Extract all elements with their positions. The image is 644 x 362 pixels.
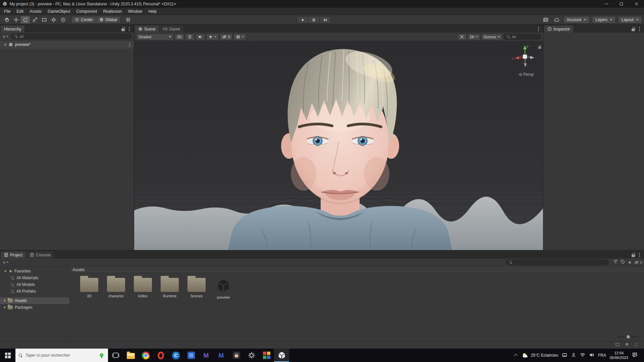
- pause-button[interactable]: [308, 16, 320, 23]
- asset-folder-scenes[interactable]: Scenes: [184, 278, 209, 298]
- tray-network-button[interactable]: [580, 352, 585, 359]
- cloud-services-button[interactable]: [552, 16, 561, 23]
- hierarchy-tree[interactable]: preview*: [0, 41, 134, 250]
- tool-settings-button[interactable]: [457, 34, 467, 40]
- asset-folder-character[interactable]: character: [103, 278, 129, 298]
- slider-thumb[interactable]: [627, 335, 630, 339]
- lock-icon[interactable]: [121, 28, 125, 31]
- camera-settings-dropdown[interactable]: [468, 34, 480, 40]
- scene-audio-toggle[interactable]: [196, 34, 205, 40]
- language-indicator[interactable]: FRA: [598, 353, 606, 358]
- panel-menu-icon[interactable]: [536, 26, 541, 31]
- project-search-field[interactable]: [506, 259, 608, 265]
- app-button-m-purple[interactable]: M: [199, 349, 214, 362]
- tree-item-packages[interactable]: Packages: [0, 304, 69, 311]
- menu-component[interactable]: Component: [73, 8, 100, 15]
- foldout-open-icon[interactable]: [4, 270, 7, 272]
- app-button-grid[interactable]: [259, 349, 274, 362]
- minimize-button[interactable]: [599, 0, 614, 8]
- status-activity-button[interactable]: [634, 342, 639, 348]
- maximize-button[interactable]: [614, 0, 629, 8]
- app-button-m-blue[interactable]: M: [214, 349, 229, 362]
- account-dropdown[interactable]: Account: [564, 16, 590, 23]
- gizmos-dropdown[interactable]: Gizmos: [481, 34, 502, 40]
- app-button-avatar[interactable]: [229, 349, 244, 362]
- taskbar-search[interactable]: [15, 349, 108, 362]
- scale-tool[interactable]: [30, 16, 39, 23]
- chrome-button[interactable]: [138, 349, 153, 362]
- create-asset-button[interactable]: +: [2, 260, 9, 265]
- transform-tool[interactable]: [49, 16, 58, 23]
- tree-item-all-models[interactable]: All Models: [0, 281, 69, 288]
- search-by-type-button[interactable]: [613, 259, 618, 265]
- tab-scene[interactable]: Scene: [135, 25, 159, 33]
- scene-effects-dropdown[interactable]: [206, 34, 219, 40]
- tab-hierarchy[interactable]: Hierarchy: [1, 25, 24, 33]
- tab-console[interactable]: Console: [26, 251, 54, 258]
- menu-file[interactable]: File: [1, 8, 13, 15]
- hierarchy-search-field[interactable]: All: [11, 34, 132, 39]
- tray-contacts-button[interactable]: [571, 352, 576, 359]
- unity-taskbar-button[interactable]: [274, 349, 289, 362]
- scene-viewport[interactable]: y x Persp: [134, 41, 543, 250]
- start-button[interactable]: [0, 349, 15, 362]
- settings-button[interactable]: [244, 349, 259, 362]
- scene-orientation-gizmo[interactable]: y x: [511, 43, 539, 71]
- asset-grid[interactable]: 3D character Editor Runtime: [70, 273, 644, 341]
- layers-dropdown[interactable]: Layers: [592, 16, 616, 23]
- menu-assets[interactable]: Assets: [26, 8, 45, 15]
- scene-lighting-toggle[interactable]: [185, 34, 195, 40]
- task-view-button[interactable]: [108, 349, 123, 362]
- menu-help[interactable]: Help: [145, 8, 160, 15]
- scene-3d-render[interactable]: [134, 41, 543, 250]
- tab-inspector[interactable]: Inspector: [544, 25, 573, 33]
- scene-visibility-toggle[interactable]: 0: [220, 34, 232, 40]
- file-explorer-button[interactable]: [123, 349, 138, 362]
- collab-button[interactable]: [541, 16, 550, 23]
- app-button-c[interactable]: C: [168, 349, 183, 362]
- layout-dropdown[interactable]: Layout: [618, 16, 642, 23]
- rect-tool[interactable]: [40, 16, 49, 23]
- close-button[interactable]: [629, 0, 644, 8]
- menu-edit[interactable]: Edit: [13, 8, 26, 15]
- tray-volume-button[interactable]: [589, 352, 594, 359]
- space-toggle-button[interactable]: Global: [96, 16, 120, 23]
- 2d-toggle[interactable]: 2D: [175, 34, 184, 40]
- asset-folder-runtime[interactable]: Runtime: [157, 278, 182, 298]
- action-center-button[interactable]: [632, 352, 638, 359]
- lock-icon[interactable]: [632, 28, 635, 31]
- app-button-blue-tile[interactable]: [183, 349, 199, 362]
- asset-folder-editor[interactable]: Editor: [130, 278, 156, 298]
- draw-mode-dropdown[interactable]: Shaded: [136, 34, 174, 40]
- weather-widget[interactable]: 25°C Eclaircies: [521, 352, 558, 359]
- play-button[interactable]: [297, 16, 308, 23]
- tree-item-all-materials[interactable]: All Materials: [0, 275, 69, 281]
- panel-menu-icon[interactable]: [637, 26, 642, 31]
- tray-tablet-button[interactable]: [562, 352, 567, 359]
- panel-menu-icon[interactable]: [127, 26, 131, 31]
- opera-button[interactable]: [153, 349, 168, 362]
- foldout-arrow-icon[interactable]: [5, 43, 6, 46]
- move-tool[interactable]: [11, 16, 20, 23]
- rotate-tool[interactable]: [21, 16, 30, 23]
- lock-icon[interactable]: [538, 47, 541, 49]
- grid-visibility-dropdown[interactable]: [233, 34, 246, 40]
- axis-x-label[interactable]: x: [512, 56, 514, 60]
- tree-item-favorites[interactable]: ★ Favorites: [0, 268, 69, 275]
- lock-icon[interactable]: [632, 254, 635, 257]
- status-console-button[interactable]: [615, 342, 620, 348]
- taskbar-search-input[interactable]: [25, 353, 96, 358]
- tab-game[interactable]: Game: [160, 25, 183, 33]
- projection-mode-toggle[interactable]: Persp: [518, 72, 534, 77]
- foldout-arrow-icon[interactable]: [4, 299, 6, 302]
- menu-window[interactable]: Window: [125, 8, 146, 15]
- tray-expand-button[interactable]: [515, 353, 518, 358]
- tree-item-assets[interactable]: Assets: [0, 297, 69, 304]
- tree-item-all-prefabs[interactable]: All Prefabs: [0, 288, 69, 295]
- hierarchy-item-preview-scene[interactable]: preview*: [0, 41, 134, 49]
- status-notifications-button[interactable]: [625, 342, 629, 348]
- menu-gameobject[interactable]: GameObject: [45, 8, 73, 15]
- taskbar-clock[interactable]: 12:54 05/06/2023: [610, 351, 628, 360]
- custom-tool[interactable]: [58, 16, 67, 23]
- hidden-packages-toggle[interactable]: 3: [634, 260, 642, 265]
